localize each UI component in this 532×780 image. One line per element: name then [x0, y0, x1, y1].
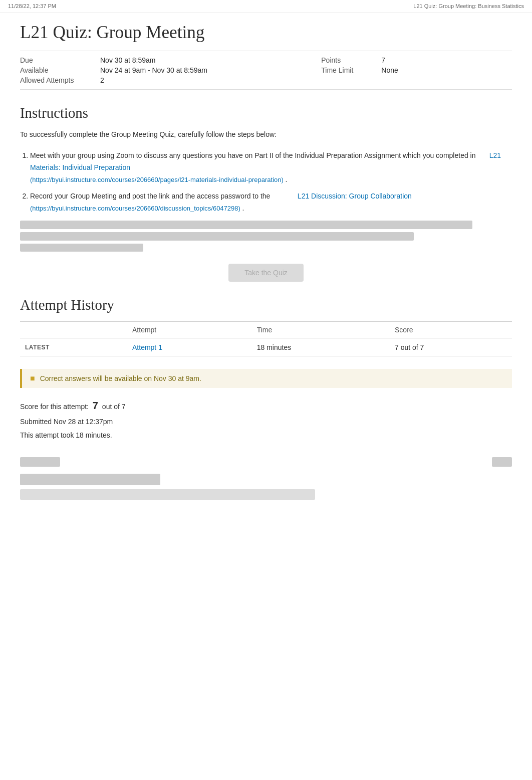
attempt-history-title: Attempt History — [20, 297, 512, 313]
attempt-table: Attempt Time Score LATEST Attempt 1 18 m… — [20, 321, 512, 357]
instruction-1-link-url[interactable]: (https://byui.instructure.com/courses/20… — [30, 176, 285, 183]
blurred-line-1 — [20, 221, 472, 229]
instruction-2-text-before: Record your Group Meeting and post the l… — [30, 192, 270, 200]
time-limit-label: Time Limit — [321, 66, 381, 74]
question-body-blurred-area — [20, 471, 512, 485]
instructions-title: Instructions — [20, 105, 512, 121]
attempt-table-col-empty — [20, 322, 127, 338]
took-line: This attempt took 18 minutes. — [20, 429, 512, 442]
browser-timestamp: 11/28/22, 12:37 PM — [8, 3, 56, 9]
available-value: Nov 24 at 9am - Nov 30 at 8:59am — [100, 66, 321, 74]
question-score-blurred — [492, 457, 512, 467]
blurred-line-2 — [20, 232, 414, 241]
question-body-blurred — [20, 474, 160, 485]
instruction-item-1: Meet with your group using Zoom to discu… — [30, 150, 512, 185]
attempt-link[interactable]: Attempt 1 — [127, 338, 252, 357]
attempt-history-section: Attempt History Attempt Time Score LATES… — [20, 297, 512, 357]
browser-page-title: L21 Quiz: Group Meeting: Business Statis… — [413, 3, 524, 9]
quiz-meta-grid: Due Nov 30 at 8:59am Points 7 Available … — [20, 56, 512, 84]
quiz-meta-bar: Due Nov 30 at 8:59am Points 7 Available … — [20, 51, 512, 90]
instruction-1-text-before: Meet with your group using Zoom to discu… — [30, 151, 476, 159]
question-preview — [20, 452, 512, 505]
points-label: Points — [321, 56, 381, 64]
attempt-table-row: LATEST Attempt 1 18 minutes 7 out of 7 — [20, 338, 512, 357]
instruction-2-period: . — [242, 204, 244, 212]
question-preview-header — [20, 457, 512, 467]
score-out-of: out of 7 — [102, 403, 126, 411]
question-answer-blurred — [20, 489, 315, 500]
instruction-item-2: Record your Group Meeting and post the l… — [30, 190, 512, 215]
notice-text: Correct answers will be available on Nov… — [40, 374, 201, 382]
due-label: Due — [20, 56, 100, 64]
browser-bar: 11/28/22, 12:37 PM L21 Quiz: Group Meeti… — [0, 0, 532, 13]
score-line: Score for this attempt: 7 out of 7 — [20, 396, 512, 415]
attempt-score: 7 out of 7 — [390, 338, 512, 357]
quiz-title: L21 Quiz: Group Meeting — [20, 23, 512, 43]
points-value: 7 — [381, 56, 512, 64]
attempts-label: Allowed Attempts — [20, 76, 100, 84]
instructions-list: Meet with your group using Zoom to discu… — [20, 150, 512, 215]
time-limit-value: None — [381, 66, 512, 74]
attempt-table-header-row: Attempt Time Score — [20, 322, 512, 338]
latest-label: LATEST — [20, 338, 127, 357]
notice-icon: ■ — [30, 374, 35, 383]
submitted-line: Submitted Nov 28 at 12:37pm — [20, 415, 512, 429]
attempts-value: 2 — [100, 76, 321, 84]
attempt-table-col-time: Time — [252, 322, 390, 338]
take-quiz-button[interactable]: Take the Quiz — [228, 264, 304, 282]
instruction-2-link[interactable]: L21 Discussion: Group Collaboration — [298, 192, 412, 200]
instruction-2-link-url[interactable]: (https://byui.instructure.com/courses/20… — [30, 205, 242, 212]
attempt-1-link[interactable]: Attempt 1 — [132, 343, 162, 351]
score-label: Score for this attempt: — [20, 403, 89, 411]
score-info: Score for this attempt: 7 out of 7 Submi… — [20, 396, 512, 442]
attempt-table-col-attempt: Attempt — [127, 322, 252, 338]
blurred-line-3 — [20, 244, 143, 252]
available-label: Available — [20, 66, 100, 74]
instruction-1-period: . — [285, 175, 287, 183]
attempt-table-col-score: Score — [390, 322, 512, 338]
blurred-instruction-block — [20, 221, 512, 252]
question-label-blurred — [20, 457, 60, 467]
instructions-intro: To successfully complete the Group Meeti… — [20, 129, 512, 140]
take-quiz-btn-area: Take the Quiz — [20, 264, 512, 282]
attempt-time: 18 minutes — [252, 338, 390, 357]
score-number: 7 — [93, 400, 98, 411]
due-value: Nov 30 at 8:59am — [100, 56, 321, 64]
notice-box: ■ Correct answers will be available on N… — [20, 369, 512, 388]
